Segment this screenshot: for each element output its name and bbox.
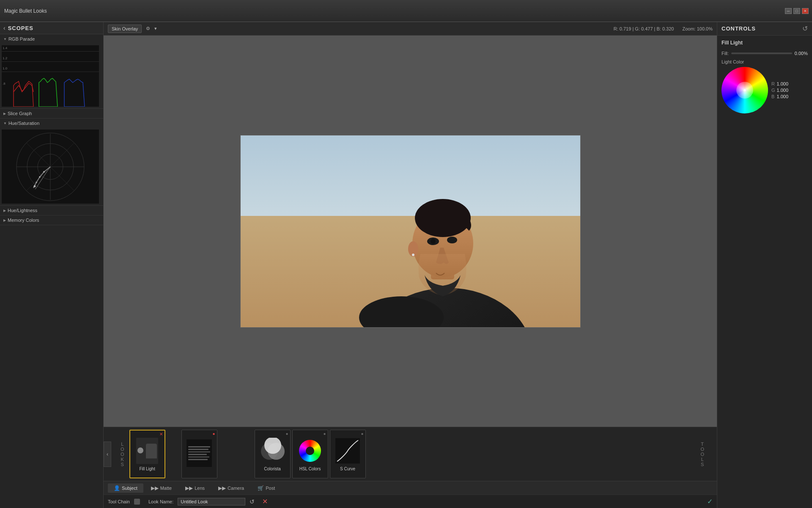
scopes-title: SCOPES <box>8 25 33 31</box>
slice-graph-header[interactable]: ▶ Slice Graph <box>0 109 103 118</box>
fill-light-tool[interactable]: ✕ Fill Light <box>129 430 165 478</box>
mist-line-4 <box>188 454 207 455</box>
r-value: 1.000 <box>777 81 789 86</box>
vectorscope-svg <box>2 130 99 204</box>
mist-line-5 <box>188 456 209 458</box>
tab-matte[interactable]: ▶▶ Matte <box>145 483 178 493</box>
dropdown-arrow-icon[interactable]: ▾ <box>154 26 157 31</box>
colorista-close[interactable]: ● <box>286 431 288 436</box>
tool-chain-text: Tool Chain <box>108 499 130 504</box>
r-label: R <box>771 81 775 86</box>
tab-camera-label: Camera <box>228 486 244 491</box>
maximize-button[interactable]: □ <box>793 8 800 14</box>
mist-preview <box>187 439 212 467</box>
memory-colors-label: Memory Colors <box>8 218 39 223</box>
controls-header: CONTROLS ↺ <box>717 22 812 36</box>
slice-graph-arrow: ▶ <box>3 112 6 116</box>
svg-point-19 <box>412 254 414 256</box>
hsl-preview <box>299 437 322 465</box>
colorista-tool[interactable]: ● Colorista <box>255 430 291 478</box>
hue-saturation-header[interactable]: ▼ Hue/Saturation <box>0 119 103 128</box>
slice-graph-section: ▶ Slice Graph <box>0 109 103 119</box>
hue-saturation-arrow: ▼ <box>3 121 7 125</box>
slice-graph-label: Slice Graph <box>8 111 32 116</box>
minimize-button[interactable]: ─ <box>785 8 792 14</box>
hsl-colors-tool[interactable]: ● HSL Colors <box>292 430 328 478</box>
video-frame <box>240 135 581 328</box>
fill-slider[interactable] <box>731 52 792 54</box>
color-wheel[interactable] <box>721 67 768 113</box>
gear-icon[interactable]: ⚙ <box>146 26 150 31</box>
hue-lightness-arrow: ▶ <box>3 209 6 213</box>
look-name-input[interactable] <box>178 498 245 505</box>
tab-post-label: Post <box>266 486 275 491</box>
light-color-section: Light Color R 1.000 G 1.000 <box>721 59 808 113</box>
colorista-preview <box>260 437 285 465</box>
hue-saturation-section: ▼ Hue/Saturation <box>0 119 103 206</box>
colorista-svg <box>260 438 285 464</box>
main-layout: ‹ SCOPES ▼ RGB Parade 1.4 1.2 1.0 <box>0 22 812 508</box>
fill-light-section-title: Fill Light <box>721 40 808 46</box>
video-content <box>241 135 580 327</box>
svg-point-11 <box>34 185 36 188</box>
tools-o: O <box>700 447 704 452</box>
lens-icon: ▶▶ <box>185 485 193 491</box>
bottom-section: ‹ L O O K S ✕ <box>104 427 717 494</box>
hue-lightness-section: ▶ Hue/Lightness <box>0 206 103 215</box>
close-button[interactable]: ✕ <box>802 8 809 14</box>
cancel-button[interactable]: ✕ <box>262 497 268 505</box>
memory-colors-arrow: ▶ <box>3 218 6 222</box>
fill-light-close[interactable]: ✕ <box>159 432 163 436</box>
looks-section: L O O K S <box>121 442 124 467</box>
mist-line-2 <box>188 449 208 450</box>
memory-colors-header[interactable]: ▶ Memory Colors <box>0 215 103 225</box>
tab-matte-label: Matte <box>160 486 172 491</box>
tab-lens[interactable]: ▶▶ Lens <box>179 483 211 493</box>
rgb-values: R 1.000 G 1.000 B 1.000 <box>771 81 788 99</box>
tools-section: T O O L S <box>700 442 704 467</box>
mist-close[interactable]: ● <box>213 431 215 436</box>
memory-colors-section: ▶ Memory Colors <box>0 215 103 225</box>
s-curve-close[interactable]: ● <box>361 431 364 436</box>
s-curve-tool[interactable]: ● S Curve <box>330 430 366 478</box>
rgb-parade-canvas: 1.4 1.2 1.0 .8 <box>2 45 99 107</box>
app-title: Magic Bullet Looks <box>4 8 47 14</box>
tool-chain-toggle[interactable] <box>134 499 140 505</box>
confirm-button[interactable]: ✓ <box>707 497 713 505</box>
right-panel-controls: CONTROLS ↺ Fill Light Fill: 0.00% Light … <box>717 22 812 508</box>
color-wheel-container: R 1.000 G 1.000 B 1.000 <box>721 67 808 113</box>
reset-button[interactable]: ↺ <box>250 498 255 505</box>
back-button[interactable]: ‹ <box>3 25 5 31</box>
viewer-toolbar: Skin Overlay ⚙ ▾ R: 0.719 | G: 0.477 | B… <box>104 22 717 36</box>
fill-label: Fill: <box>721 51 729 56</box>
hsl-close[interactable]: ● <box>324 431 326 436</box>
svg-point-22 <box>447 237 457 243</box>
skin-overlay-button[interactable]: Skin Overlay <box>108 25 142 33</box>
mist-tool[interactable]: ● <box>181 430 217 478</box>
tools-l: L <box>701 457 704 462</box>
viewer-zoom-text: Zoom: 100.0% <box>682 26 713 31</box>
rgb-parade-svg <box>2 45 99 107</box>
r-value-row: R 1.000 <box>771 81 788 86</box>
tab-subject[interactable]: 👤 Subject <box>108 483 143 493</box>
tab-post[interactable]: 🛒 Post <box>252 483 281 493</box>
scroll-left-button[interactable]: ‹ <box>104 442 111 467</box>
svg-point-10 <box>36 182 37 183</box>
s-curve-preview <box>335 438 360 464</box>
fill-control-row: Fill: 0.00% <box>721 51 808 56</box>
tab-bar: 👤 Subject ▶▶ Matte ▶▶ Lens ▶▶ Camera 🛒 <box>104 481 717 494</box>
hsl-wheel <box>299 440 321 462</box>
colorista-icon <box>261 437 284 465</box>
controls-reset-button[interactable]: ↺ <box>802 25 808 33</box>
tab-camera[interactable]: ▶▶ Camera <box>212 483 250 493</box>
rgb-parade-header[interactable]: ▼ RGB Parade <box>0 34 103 44</box>
looks-l: L <box>121 442 123 447</box>
b-value: 1.000 <box>777 94 789 99</box>
fill-value: 0.00% <box>795 51 808 56</box>
tab-lens-label: Lens <box>195 486 205 491</box>
tab-subject-label: Subject <box>122 486 137 491</box>
viewer-info-text: R: 0.719 | G: 0.477 | B: 0.320 <box>614 26 674 31</box>
hue-lightness-header[interactable]: ▶ Hue/Lightness <box>0 206 103 215</box>
video-viewer <box>104 36 717 427</box>
looks-o1: O <box>121 447 124 452</box>
